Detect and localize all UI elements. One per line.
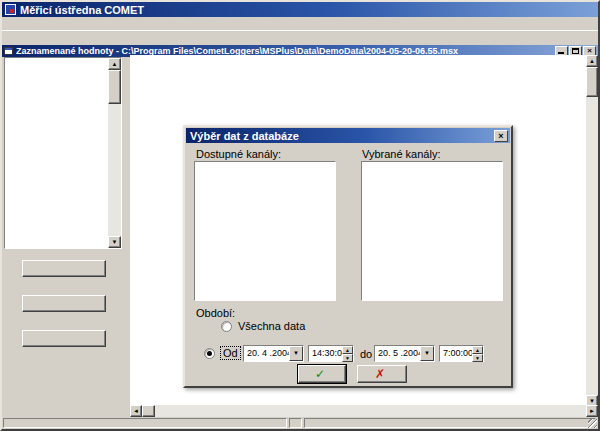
to-time-spinner[interactable]: 7:00:00 ▲▼ xyxy=(439,345,484,362)
from-radio[interactable] xyxy=(204,348,215,359)
selected-channels-list xyxy=(361,161,503,301)
to-label: do xyxy=(360,348,372,360)
scroll-thumb[interactable] xyxy=(142,405,155,417)
status-panel xyxy=(304,418,596,428)
dropdown-icon[interactable]: ▼ xyxy=(420,346,434,361)
document-icon xyxy=(4,47,13,55)
selected-channels-label: Vybrané kanály: xyxy=(362,148,440,160)
ok-button[interactable]: ✓ xyxy=(298,365,346,383)
menu-bar xyxy=(2,17,598,30)
status-panel xyxy=(3,418,287,428)
spin-down-icon[interactable]: ▼ xyxy=(472,354,483,362)
scroll-thumb[interactable] xyxy=(586,67,598,97)
from-date-value: 20. 4 .2004 xyxy=(247,348,292,358)
from-time-spinner[interactable]: 14:30:00 ▲▼ xyxy=(308,345,354,362)
scroll-up-icon[interactable]: ▲ xyxy=(108,58,121,70)
table-header xyxy=(130,55,598,88)
dropdown-icon[interactable]: ▼ xyxy=(289,346,303,361)
channel-selection-button[interactable] xyxy=(22,295,106,312)
period-label: Období: xyxy=(196,307,235,319)
cancel-button[interactable]: ✗ xyxy=(357,365,407,383)
table-horizontal-scrollbar[interactable]: ◄ ► xyxy=(130,405,598,417)
window-title: Měřicí ústředna COMET xyxy=(20,4,144,16)
spin-up-icon[interactable]: ▲ xyxy=(342,346,353,354)
data-selection-dialog: Výběr dat z databáze × Dostupné kanály: … xyxy=(183,125,513,388)
status-panel xyxy=(289,418,302,428)
from-label[interactable]: Od xyxy=(220,346,241,360)
all-data-label[interactable]: Všechna data xyxy=(238,320,305,332)
available-channels-label: Dostupné kanály: xyxy=(196,148,281,160)
to-date-select[interactable]: 20. 5 .2004 ▼ xyxy=(374,345,435,362)
title-bar: Měřicí ústředna COMET xyxy=(2,2,598,17)
main-window: Měřicí ústředna COMET Zaznamenané hodnot… xyxy=(0,0,600,431)
available-channels-list xyxy=(194,161,336,301)
scroll-down-icon[interactable]: ▼ xyxy=(108,236,121,248)
all-data-radio[interactable] xyxy=(221,321,232,332)
resize-grip[interactable] xyxy=(588,419,597,428)
spin-up-icon[interactable]: ▲ xyxy=(472,346,483,354)
table-vertical-scrollbar[interactable]: ▲ ▼ xyxy=(586,55,598,407)
from-date-select[interactable]: 20. 4 .2004 ▼ xyxy=(243,345,304,362)
close-icon[interactable]: × xyxy=(494,130,508,142)
scroll-left-icon[interactable]: ◄ xyxy=(130,405,142,417)
scroll-right-icon[interactable]: ► xyxy=(586,405,598,417)
toolbar xyxy=(2,30,598,45)
status-bar xyxy=(2,417,598,429)
dialog-titlebar: Výběr dat z databáze xyxy=(186,128,510,143)
channel-list-scrollbar[interactable]: ▲ ▼ xyxy=(108,58,121,248)
dialog-title: Výběr dat z databáze xyxy=(190,130,299,142)
single-channels-button[interactable] xyxy=(22,260,106,277)
app-icon xyxy=(5,4,16,15)
scroll-thumb[interactable] xyxy=(108,70,121,104)
check-icon: ✓ xyxy=(315,367,325,381)
x-icon: ✗ xyxy=(375,367,385,381)
export-dbf-button[interactable] xyxy=(22,330,106,347)
scroll-up-icon[interactable]: ▲ xyxy=(586,55,598,67)
channel-panel: ▲ ▼ xyxy=(2,57,130,405)
to-time-value: 7:00:00 xyxy=(443,348,473,358)
channel-list xyxy=(4,57,122,249)
spin-down-icon[interactable]: ▼ xyxy=(342,354,353,362)
to-date-value: 20. 5 .2004 xyxy=(378,348,423,358)
